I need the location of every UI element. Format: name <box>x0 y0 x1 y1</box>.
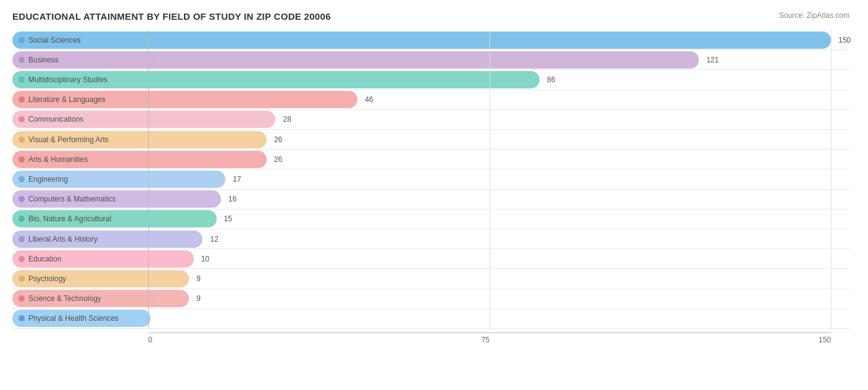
bar-pill: Communications <box>12 111 275 128</box>
bar-value: 10 <box>201 255 209 263</box>
bar-label: Arts & Humanities <box>28 155 88 164</box>
bar-dot <box>19 295 25 302</box>
bar-label: Business <box>28 56 59 64</box>
bar-label: Visual & Performing Arts <box>28 135 109 144</box>
bar-pill: Literature & Languages <box>12 91 357 108</box>
bar-pill: Science & Technology <box>12 290 189 307</box>
x-tick: 150 <box>819 333 831 344</box>
bar-label: Literature & Languages <box>28 95 106 104</box>
chart-container: EDUCATIONAL ATTAINMENT BY FIELD OF STUDY… <box>0 0 868 390</box>
bar-pill: Business <box>12 51 699 69</box>
bar-row: Engineering17 <box>12 169 849 189</box>
bar-dot <box>19 116 25 122</box>
bar-label: Liberal Arts & History <box>28 235 98 244</box>
bar-row: Education10 <box>12 249 849 269</box>
bar-label: Bio, Nature & Agricultural <box>28 214 111 223</box>
bar-row: Psychology9 <box>12 269 849 289</box>
bar-row: Visual & Performing Arts26 <box>12 130 849 150</box>
bar-row: Computers & Mathematics16 <box>12 190 849 210</box>
bar-value: 46 <box>365 95 373 104</box>
bar-dot <box>19 315 25 321</box>
bar-label: Physical & Health Sciences <box>28 314 119 323</box>
grid-line <box>148 30 149 329</box>
bar-row: Liberal Arts & History12 <box>12 229 849 249</box>
bar-row: Bio, Nature & Agricultural15 <box>12 210 849 229</box>
bar-dot <box>19 216 25 222</box>
title-row: EDUCATIONAL ATTAINMENT BY FIELD OF STUDY… <box>12 11 849 22</box>
bar-value: 9 <box>196 294 201 303</box>
bar-pill: Physical & Health Sciences <box>12 310 151 327</box>
bar-label: Social Sciences <box>28 36 81 45</box>
bar-row: Multidisciplinary Studies86 <box>12 70 849 90</box>
bar-pill: Liberal Arts & History <box>12 231 202 248</box>
bar-value: 16 <box>228 195 236 203</box>
bar-row: Communications28 <box>12 110 849 130</box>
bar-row: Business121 <box>12 50 849 70</box>
x-tick: 75 <box>482 333 490 344</box>
bar-row: Literature & Languages46 <box>12 90 849 110</box>
bar-row: Physical & Health Sciences <box>12 309 849 329</box>
bar-value: 121 <box>706 56 719 64</box>
grid-line <box>831 30 832 329</box>
bar-label: Communications <box>28 115 83 124</box>
bar-dot <box>19 96 25 103</box>
bar-dot <box>19 57 25 63</box>
bar-label: Psychology <box>28 274 66 283</box>
bar-value: 150 <box>838 36 851 45</box>
bar-value: 28 <box>283 115 291 124</box>
bar-dot <box>19 196 25 202</box>
bar-value: 15 <box>224 214 232 223</box>
bar-label: Engineering <box>28 175 68 184</box>
bar-label: Education <box>28 255 61 263</box>
chart-title: EDUCATIONAL ATTAINMENT BY FIELD OF STUDY… <box>12 11 331 22</box>
bar-pill: Psychology <box>12 270 189 287</box>
bar-value: 26 <box>274 135 282 144</box>
x-axis: 075150 <box>148 333 831 344</box>
bar-value: 9 <box>196 274 201 283</box>
bar-row: Social Sciences150 <box>12 30 849 50</box>
bar-label: Science & Technology <box>28 294 101 303</box>
bar-label: Computers & Mathematics <box>28 195 115 203</box>
bar-pill: Bio, Nature & Agricultural <box>12 210 217 227</box>
bar-label: Multidisciplinary Studies <box>28 75 107 84</box>
bar-pill: Engineering <box>12 171 225 188</box>
bar-value: 86 <box>547 75 555 84</box>
bar-dot <box>19 156 25 163</box>
bar-pill: Education <box>12 250 194 268</box>
source-label: Source: ZipAtlas.com <box>779 11 849 20</box>
bar-row: Arts & Humanities26 <box>12 150 849 169</box>
bar-value: 12 <box>210 235 218 244</box>
bar-row: Science & Technology9 <box>12 289 849 309</box>
bar-dot <box>19 236 25 242</box>
bar-pill: Social Sciences <box>12 32 831 49</box>
bar-dot <box>19 256 25 262</box>
x-tick: 0 <box>148 333 152 344</box>
bar-pill: Visual & Performing Arts <box>12 131 267 148</box>
bar-dot <box>19 176 25 182</box>
bar-value: 17 <box>233 175 241 184</box>
chart-area: Social Sciences150Business121Multidiscip… <box>12 30 849 329</box>
grid-line <box>490 30 490 329</box>
bar-pill: Computers & Mathematics <box>12 190 221 208</box>
bar-pill: Multidisciplinary Studies <box>12 71 540 88</box>
bar-dot <box>19 137 25 143</box>
bar-pill: Arts & Humanities <box>12 151 267 168</box>
bar-value: 26 <box>274 155 282 164</box>
bar-dot <box>19 77 25 83</box>
bar-dot <box>19 37 25 43</box>
bar-dot <box>19 276 25 282</box>
